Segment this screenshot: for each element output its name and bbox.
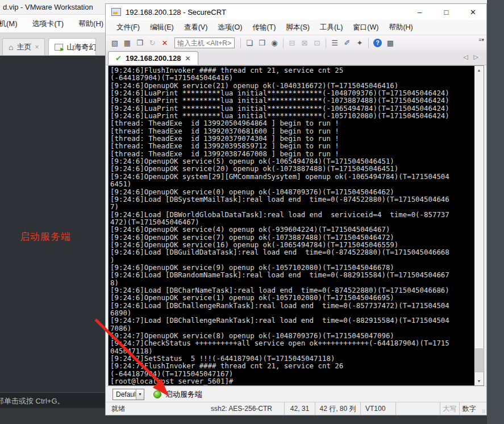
maximize-button[interactable]: □ xyxy=(433,4,460,20)
vmware-status-hint: 部单击或按 Ctrl+G。 xyxy=(0,396,65,406)
find-icon[interactable]: ◉ xyxy=(268,38,281,49)
menu-transfer[interactable]: 传输(T) xyxy=(247,20,281,35)
connect-icon[interactable]: ▦ xyxy=(121,38,134,49)
session-options-icon[interactable]: ☰ xyxy=(328,38,341,49)
print-icon[interactable]: ⊟ xyxy=(286,38,298,49)
paste-icon[interactable]: ❒ xyxy=(256,38,268,49)
securecrt-window: 192.168.200.128 - SecureCRT – □ ✕ 文件(F) … xyxy=(105,3,487,415)
vm-tab-label: 山海奇幻录-爱 xyxy=(66,42,96,52)
session-tab[interactable]: ✔ 192.168.200.128 ✕ xyxy=(108,51,198,65)
vmware-tab-home[interactable]: ⌂ 主页 × xyxy=(2,38,45,55)
securecrt-titlebar[interactable]: 192.168.200.128 - SecureCRT – □ ✕ xyxy=(106,4,486,20)
connected-check-icon: ✔ xyxy=(115,54,122,63)
session-tabbar: ✔ 192.168.200.128 ✕ ◁ ▷ xyxy=(106,51,486,65)
vmware-tab-vm-session[interactable]: 山海奇幻录-爱 xyxy=(48,38,96,55)
menu-tools[interactable]: 工具(L) xyxy=(315,20,348,35)
toolbar-overflow-icon[interactable]: ≡▾ xyxy=(478,38,484,42)
print-setup-icon[interactable]: ⊡ xyxy=(311,38,323,49)
scroll-up-icon[interactable]: ▲ xyxy=(474,66,484,74)
menu-view[interactable]: 查看(V) xyxy=(179,20,213,35)
terminal[interactable]: [9:24:6]FlushInvoker #### thread cnt 21,… xyxy=(108,65,484,386)
terminal-scrollbar[interactable]: ▲ ▼ xyxy=(474,66,484,385)
securecrt-statusbar: 就绪 ssh2: AES-256-CTR 42, 31 42 行, 80 列 V… xyxy=(106,402,486,415)
chevron-down-icon[interactable]: ▼ xyxy=(136,389,144,400)
securecrt-title: 192.168.200.128 - SecureCRT xyxy=(126,8,406,16)
session-tab-label: 192.168.200.128 xyxy=(126,54,181,63)
profile-value: Default xyxy=(116,390,138,398)
menu-window[interactable]: 窗口(W) xyxy=(348,20,384,35)
close-tab-icon[interactable]: × xyxy=(35,43,39,51)
status-cursor-position: 42, 31 xyxy=(284,402,315,415)
terminal-output[interactable]: [9:24:6]FlushInvoker #### thread cnt 21,… xyxy=(110,66,474,385)
tab-scroll-right-icon[interactable]: ▷ xyxy=(474,53,478,61)
menu-help[interactable]: 帮助(H) xyxy=(384,20,418,35)
quick-connect-icon[interactable]: ▧ xyxy=(109,38,121,49)
status-emulation: VT100 xyxy=(360,402,395,415)
copy-icon[interactable]: ❏ xyxy=(243,38,256,49)
host-input[interactable] xyxy=(174,38,235,48)
close-button[interactable]: ✕ xyxy=(460,4,486,20)
scroll-down-icon[interactable]: ▼ xyxy=(474,377,484,385)
home-tab-label: 主页 xyxy=(16,42,31,52)
status-capslock: 大写 xyxy=(440,402,459,415)
help-icon[interactable]: ? xyxy=(373,39,382,47)
session-close-icon[interactable]: ✕ xyxy=(185,55,191,63)
print-preview-icon[interactable]: ⊠ xyxy=(298,38,311,49)
resize-grip[interactable]: ⠿ xyxy=(478,402,486,415)
disconnect-icon[interactable]: ✕ xyxy=(159,38,171,49)
keymap-icon[interactable]: ✐ xyxy=(341,38,353,49)
start-server-button[interactable]: 启动服务端 xyxy=(153,389,202,400)
securecrt-app-icon xyxy=(111,8,121,16)
button-bar-profile-select[interactable]: Default ▼ xyxy=(113,389,144,400)
tab-scroll-left-icon[interactable]: ◁ xyxy=(463,53,468,61)
status-numlock: 数字 xyxy=(459,402,478,415)
button-bar: Default ▼ 启动服务端 xyxy=(106,386,486,402)
menu-options[interactable]: 选项(O) xyxy=(213,20,247,35)
scrollbar-thumb[interactable] xyxy=(475,348,483,372)
status-empty-cell xyxy=(395,402,440,415)
key-icon[interactable]: ✦ xyxy=(353,38,366,49)
securecrt-toolbar: ▧ ▦ ❐ ↻ ✕ ❏ ❒ ◉ ⊟ ⊠ ⊡ ☰ ✐ ✦ ? ▩ ≡▾ xyxy=(106,35,486,51)
reconnect-icon[interactable]: ↻ xyxy=(146,38,159,49)
vmware-menu-vm[interactable]: 机(M) xyxy=(0,16,24,31)
securecrt-menubar: 文件(F) 编辑(E) 查看(V) 选项(O) 传输(T) 脚本(S) 工具(L… xyxy=(106,20,486,35)
status-terminal-size: 42 行, 80 列 xyxy=(315,402,360,415)
status-ready: 就绪 xyxy=(106,402,199,415)
minimize-button[interactable]: – xyxy=(406,4,433,20)
app-window-icon[interactable]: ▩ xyxy=(384,38,397,49)
menu-file[interactable]: 文件(F) xyxy=(111,20,145,35)
vm-monitor-icon xyxy=(55,44,63,51)
vmware-menu-help[interactable]: 帮助(H) xyxy=(72,16,110,31)
annotation-start-server-text: 启动服务端 xyxy=(20,230,71,243)
menu-script[interactable]: 脚本(S) xyxy=(281,20,315,35)
green-orb-icon xyxy=(153,390,161,398)
menu-edit[interactable]: 编辑(E) xyxy=(145,20,179,35)
start-server-label: 启动服务端 xyxy=(165,389,202,400)
vmware-menu-tabs[interactable]: 选项卡(T) xyxy=(26,16,71,31)
vmware-title: d.vip - VMware Workstation xyxy=(3,3,93,11)
connect-in-tab-icon[interactable]: ❐ xyxy=(134,38,146,49)
home-icon: ⌂ xyxy=(9,43,13,52)
status-cipher: ssh2: AES-256-CTR xyxy=(199,402,284,415)
